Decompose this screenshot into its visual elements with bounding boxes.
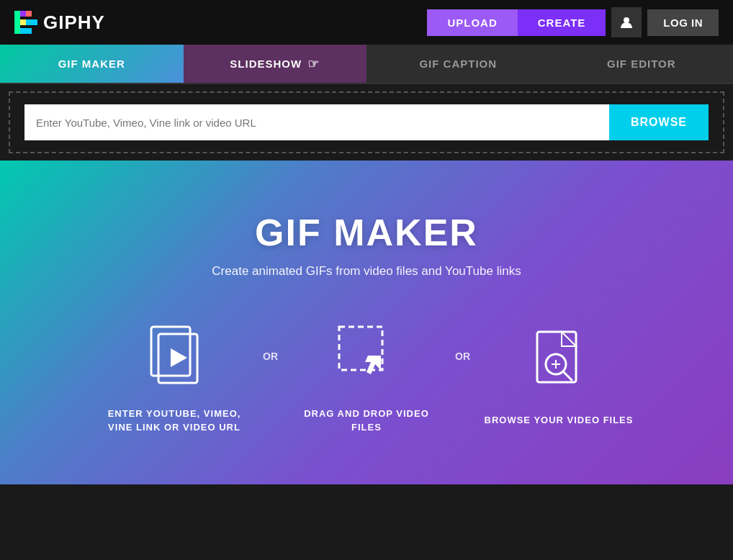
- logo-text: GIPHY: [43, 12, 105, 34]
- svg-marker-9: [171, 348, 187, 367]
- hero-option-url: ENTER YOUTUBE, VIMEO,VINE LINK OR VIDEO …: [93, 315, 256, 435]
- or-label-1: OR: [256, 351, 285, 398]
- video-file-icon: [138, 318, 210, 390]
- svg-rect-5: [26, 19, 37, 25]
- svg-rect-3: [20, 19, 26, 25]
- hero-options: ENTER YOUTUBE, VIMEO,VINE LINK OR VIDEO …: [93, 315, 640, 435]
- svg-rect-4: [20, 28, 32, 34]
- drag-drop-icon-wrap: [327, 315, 406, 394]
- header-actions: UPLOAD CREATE LOG IN: [427, 7, 719, 37]
- hero-section: GIF MAKER Create animated GIFs from vide…: [0, 161, 733, 484]
- hero-option-browse: BROWSE YOUR VIDEO FILES: [477, 321, 640, 428]
- hero-label-url: ENTER YOUTUBE, VIMEO,VINE LINK OR VIDEO …: [108, 407, 241, 435]
- svg-rect-2: [26, 11, 32, 17]
- video-link-icon-wrap: [135, 315, 214, 394]
- url-row: BROWSE: [24, 104, 709, 140]
- url-section: BROWSE: [9, 91, 724, 153]
- browse-icon-wrap: [519, 321, 598, 400]
- or-label-2: OR: [448, 351, 477, 398]
- login-button[interactable]: LOG IN: [647, 9, 719, 36]
- browse-files-icon: [523, 325, 595, 397]
- header: GIPHY UPLOAD CREATE LOG IN: [0, 0, 733, 45]
- tab-gif-editor[interactable]: GIF EDITOR: [550, 45, 734, 83]
- svg-rect-0: [14, 11, 20, 34]
- upload-button[interactable]: UPLOAD: [427, 9, 517, 36]
- hero-option-drag: DRAG AND DROP VIDEOFILES: [285, 315, 448, 435]
- browse-button[interactable]: BROWSE: [609, 104, 709, 140]
- drag-drop-icon: [330, 318, 403, 390]
- cursor-icon: ☞: [307, 56, 320, 72]
- hero-label-browse: BROWSE YOUR VIDEO FILES: [485, 413, 634, 428]
- profile-button[interactable]: [611, 7, 642, 37]
- svg-line-13: [563, 371, 572, 380]
- logo-area: GIPHY: [14, 11, 105, 34]
- person-icon: [619, 15, 634, 30]
- url-input[interactable]: [24, 104, 609, 140]
- hero-title: GIF MAKER: [255, 211, 478, 254]
- tab-slideshow[interactable]: SLIDESHOW ☞: [184, 45, 367, 83]
- giphy-logo-icon: [14, 11, 37, 34]
- hero-label-drag: DRAG AND DROP VIDEOFILES: [304, 407, 429, 435]
- hero-subtitle: Create animated GIFs from video files an…: [212, 264, 521, 279]
- svg-rect-1: [20, 11, 26, 17]
- tab-bar: GIF MAKER SLIDESHOW ☞ GIF CAPTION GIF ED…: [0, 45, 733, 84]
- svg-point-6: [624, 17, 629, 23]
- tab-gif-caption[interactable]: GIF CAPTION: [366, 45, 550, 83]
- tab-gif-maker[interactable]: GIF MAKER: [0, 45, 184, 83]
- create-button[interactable]: CREATE: [518, 9, 606, 36]
